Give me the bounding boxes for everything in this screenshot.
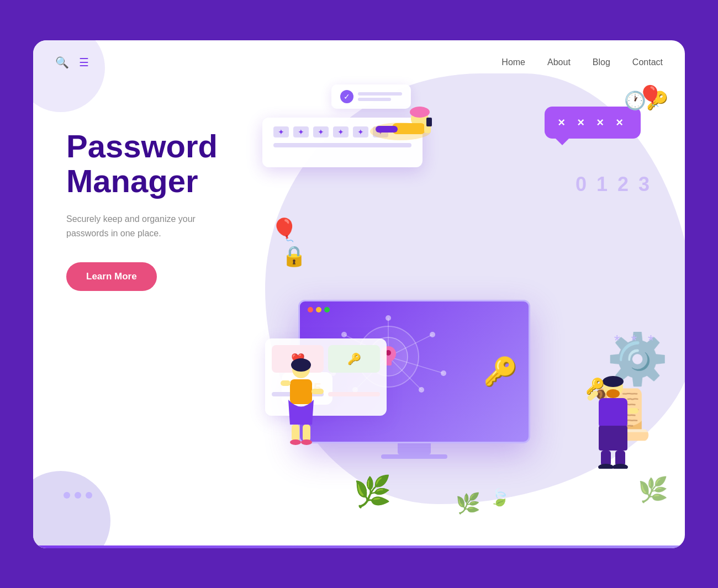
- app-line-2: [328, 392, 380, 396]
- svg-point-14: [341, 332, 347, 337]
- nav-link-about[interactable]: About: [547, 57, 571, 67]
- asterisks-decoration: * * *: [614, 332, 657, 349]
- svg-rect-43: [601, 451, 611, 466]
- nav-left: 🔍 ☰: [55, 56, 89, 69]
- svg-point-37: [603, 376, 624, 387]
- tree-left-icon: 🌿: [353, 474, 392, 510]
- bg-blob-bottom-left: [33, 471, 110, 548]
- svg-point-34: [301, 439, 312, 445]
- monitor-base: [381, 454, 447, 459]
- hero-title: Password Manager: [66, 129, 276, 199]
- svg-point-33: [290, 439, 301, 445]
- svg-rect-6: [426, 118, 432, 126]
- woman-standing-svg: [276, 358, 326, 447]
- dec-dot-2: [75, 492, 81, 499]
- svg-rect-32: [303, 425, 310, 441]
- numbers-decoration: 0 1 2 3: [576, 173, 652, 196]
- svg-text:🔑: 🔑: [585, 377, 605, 395]
- man-standing-svg: 🔑: [585, 375, 641, 469]
- speech-bubble-text: × × × ×: [558, 115, 627, 129]
- svg-point-46: [613, 464, 628, 469]
- svg-rect-29: [281, 380, 291, 386]
- svg-point-27: [291, 358, 311, 372]
- app-cell-2: 🔑: [328, 345, 380, 373]
- search-icon[interactable]: 🔍: [55, 56, 69, 69]
- dots-decoration: [64, 492, 92, 499]
- balloon-right-icon: 🎈: [638, 84, 663, 108]
- check-line-1: [358, 92, 402, 96]
- pw-dot-4: ✦: [333, 126, 349, 137]
- monitor-stand: [398, 443, 431, 454]
- page-wrapper: 🔍 ☰ Home About Blog Contact Password Man…: [33, 40, 685, 548]
- illustration-area: ✓ ✦ ✦ ✦ ✦ ✦ ✦ × × × × 🕐🔑 🎈: [254, 73, 674, 515]
- padlock-icon: 🔒: [282, 245, 307, 268]
- check-lines: [358, 92, 402, 101]
- nav-links: Home About Blog Contact: [501, 57, 663, 67]
- checkmark-icon: ✓: [340, 90, 353, 103]
- person-top: [365, 101, 436, 153]
- svg-rect-38: [599, 398, 627, 428]
- svg-point-20: [419, 387, 424, 393]
- svg-rect-28: [290, 379, 312, 404]
- navbar: 🔍 ☰ Home About Blog Contact: [33, 40, 685, 84]
- nav-link-home[interactable]: Home: [501, 57, 525, 67]
- key-large-icon: 🔑: [483, 356, 518, 388]
- svg-point-36: [606, 389, 620, 398]
- svg-rect-30: [312, 389, 324, 394]
- speech-bubble: × × × ×: [545, 107, 641, 139]
- svg-point-15: [430, 332, 435, 337]
- dec-dot-1: [64, 492, 70, 499]
- svg-point-18: [386, 315, 391, 321]
- nav-link-contact[interactable]: Contact: [632, 57, 663, 67]
- hero-subtitle: Securely keep and organize your password…: [66, 212, 215, 240]
- menu-icon[interactable]: ☰: [79, 56, 89, 69]
- svg-rect-42: [627, 408, 638, 414]
- learn-more-button[interactable]: Learn More: [66, 262, 157, 291]
- plant-center-icon: 🌿: [456, 492, 481, 515]
- svg-rect-31: [292, 425, 299, 441]
- hero-left: Password Manager Securely keep and organ…: [66, 129, 276, 292]
- tree-right-icon: 🌿: [638, 475, 668, 504]
- leaf-icon: 🍃: [489, 488, 510, 507]
- person-man-standing: 🔑: [585, 375, 641, 471]
- dec-dot-3: [86, 492, 92, 499]
- svg-rect-44: [615, 451, 625, 466]
- page-bottom-bar: [33, 545, 685, 548]
- pw-dot-3: ✦: [313, 126, 329, 137]
- nav-link-blog[interactable]: Blog: [593, 57, 610, 67]
- svg-point-45: [598, 464, 614, 469]
- pw-dot-2: ✦: [293, 126, 309, 137]
- person-lying-svg: [365, 101, 436, 145]
- person-woman-standing: [276, 358, 326, 449]
- svg-rect-4: [376, 126, 398, 133]
- svg-point-17: [441, 370, 446, 376]
- svg-rect-39: [599, 426, 627, 451]
- svg-point-2: [410, 107, 430, 118]
